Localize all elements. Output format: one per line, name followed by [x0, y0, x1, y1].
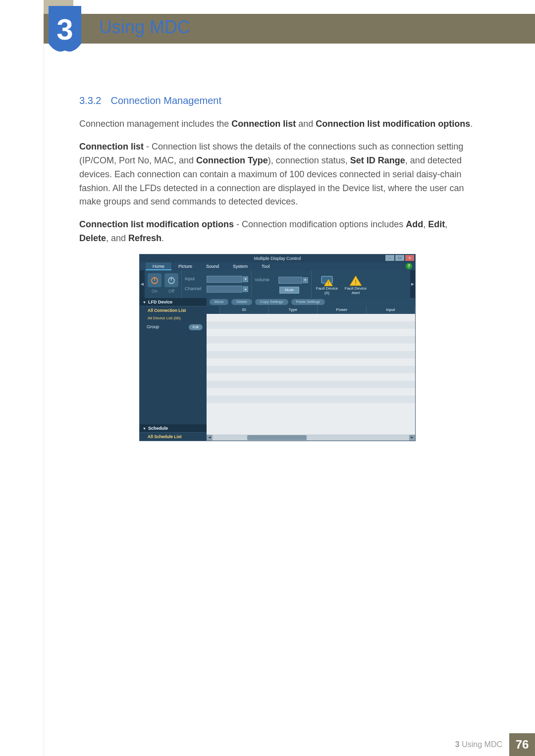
titlebar: Multiple Display Control – ▭ x [140, 254, 415, 262]
table-row[interactable] [207, 321, 415, 329]
input-label: Input [185, 276, 207, 283]
power-icon [150, 276, 159, 285]
bold: Refresh [128, 233, 161, 243]
table-header: ID Type Power Input [207, 306, 415, 314]
fault-device-icon[interactable]: ! [321, 275, 333, 286]
scroll-track[interactable] [213, 435, 409, 440]
volume-label: Volume [255, 277, 276, 284]
window-title: Multiple Display Control [254, 256, 301, 261]
bold: Connection Type [196, 155, 268, 165]
table-row[interactable] [207, 329, 415, 336]
svg-text:!: ! [328, 281, 329, 286]
sidebar-group-row: Group Edit [140, 322, 207, 332]
help-icon[interactable]: ? [406, 263, 412, 269]
table-row[interactable] [207, 388, 415, 396]
stepper-icon[interactable]: ▴ [243, 286, 248, 292]
edit-button[interactable]: Edit [189, 324, 203, 330]
bold: Add [406, 219, 423, 229]
chapter-title: Using MDC [99, 17, 190, 38]
chapter-badge: 3 [48, 5, 82, 54]
power-off-label: Off [164, 288, 178, 295]
col-input[interactable]: Input [367, 306, 416, 314]
window-minimize-button[interactable]: – [385, 255, 394, 261]
toolbar-scroll-right[interactable]: ► [410, 270, 415, 298]
move-button[interactable]: Move [210, 299, 228, 305]
mute-button[interactable]: Mute [279, 287, 299, 294]
horizontal-scrollbar[interactable]: ◄ ► [207, 435, 415, 441]
toolbar-group-fault: ! Fault Device (0) ! Fault Device Alert [312, 270, 371, 298]
sidebar-header-lfd[interactable]: ▼LFD Device [140, 298, 207, 306]
channel-input[interactable] [207, 286, 242, 293]
table-row[interactable] [207, 314, 415, 321]
toolbar-scroll-left[interactable]: ◄ [140, 270, 145, 298]
mdc-app-window: Multiple Display Control – ▭ x Home Pict… [140, 254, 415, 441]
label: LFD Device [148, 300, 172, 304]
workspace: ▼LFD Device All Connection List All Devi… [140, 298, 415, 441]
paragraph-3: Connection list modification options - C… [79, 218, 476, 246]
channel-label: Channel [185, 286, 207, 293]
col-power[interactable]: Power [318, 306, 367, 314]
sidebar: ▼LFD Device All Connection List All Devi… [140, 298, 207, 441]
content: 3.3.2 Connection Management Connection m… [79, 93, 476, 441]
toolbar-group-power: On Off [145, 270, 182, 298]
scroll-left-icon[interactable]: ◄ [207, 435, 213, 441]
svg-text:!: ! [355, 279, 356, 286]
sidebar-all-device-list[interactable]: All Device List (00) [140, 314, 207, 322]
menu-tool[interactable]: Tool [255, 262, 277, 270]
volume-input[interactable] [278, 277, 302, 284]
chevron-down-icon: ▼ [143, 425, 146, 433]
section-heading: 3.3.2 Connection Management [79, 93, 476, 108]
section-title: Connection Management [111, 95, 221, 106]
delete-button[interactable]: Delete [231, 299, 252, 305]
sidebar-all-schedule-list[interactable]: All Schedule List [140, 432, 207, 441]
chevron-right-icon[interactable]: ▸ [303, 277, 308, 283]
page-number: 76 [509, 733, 535, 756]
bold: Set ID Range [350, 155, 405, 165]
menu-picture[interactable]: Picture [171, 262, 199, 270]
text: ), connection status, [268, 155, 350, 165]
table-row[interactable] [207, 344, 415, 351]
text: . [470, 119, 473, 129]
table-row[interactable] [207, 366, 415, 373]
table-row[interactable] [207, 358, 415, 366]
paste-settings-button[interactable]: Paste Settings [291, 299, 325, 305]
col-type[interactable]: Type [269, 306, 318, 314]
text: , and [106, 233, 128, 243]
window-close-button[interactable]: x [405, 255, 414, 261]
table-row[interactable] [207, 396, 415, 403]
table-row[interactable] [207, 403, 415, 410]
bold: Connection list modification options [79, 219, 234, 229]
table-row[interactable] [207, 373, 415, 381]
chevron-down-icon[interactable]: ▾ [243, 276, 248, 282]
fault-alert-icon[interactable]: ! [349, 275, 362, 286]
power-icon [167, 276, 176, 285]
window-maximize-button[interactable]: ▭ [395, 255, 404, 261]
toolbar-group-volume: Volume ▸ Mute [252, 270, 312, 298]
footer: 3 Using MDC 76 [44, 733, 535, 756]
action-bar: Move Delete Copy Settings Paste Settings [207, 298, 415, 306]
menu-system[interactable]: System [226, 262, 255, 270]
copy-settings-button[interactable]: Copy Settings [255, 299, 288, 305]
power-off-button[interactable] [164, 273, 178, 287]
text: and [296, 119, 316, 129]
scroll-right-icon[interactable]: ► [409, 435, 415, 441]
table-row[interactable] [207, 381, 415, 388]
input-select[interactable] [207, 276, 242, 283]
menu-sound[interactable]: Sound [199, 262, 226, 270]
group-label: Group [147, 324, 159, 331]
bold: Connection list [79, 142, 144, 151]
sidebar-all-connection-list[interactable]: All Connection List [140, 306, 207, 314]
scroll-thumb[interactable] [247, 435, 307, 440]
power-on-button[interactable] [148, 273, 161, 287]
col-id[interactable]: ID [220, 306, 269, 314]
menu-home[interactable]: Home [146, 262, 171, 270]
footer-chapter-number: 3 [455, 740, 460, 749]
fault-alert-label: Fault Device Alert [343, 287, 368, 296]
margin-rule [44, 0, 44, 756]
sidebar-header-schedule[interactable]: ▼Schedule [140, 424, 207, 432]
table-row[interactable] [207, 336, 415, 344]
col-checkbox[interactable] [207, 306, 220, 314]
chapter-number: 3 [48, 5, 82, 54]
table-row[interactable] [207, 351, 415, 358]
paragraph-1: Connection management includes the Conne… [79, 117, 476, 131]
